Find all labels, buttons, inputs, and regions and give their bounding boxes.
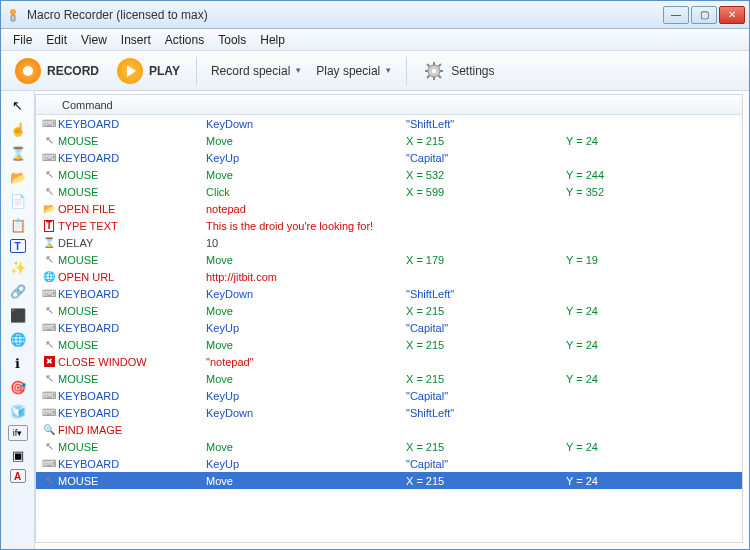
command-action: KeyDown	[206, 118, 406, 130]
sidebar-box-icon[interactable]: ▣	[7, 445, 29, 465]
command-row[interactable]: OPEN URLhttp://jitbit.com	[36, 268, 742, 285]
command-row[interactable]: KEYBOARDKeyDown"ShiftLeft"	[36, 404, 742, 421]
command-action: notepad	[206, 203, 406, 215]
sidebar-wand-icon[interactable]: ✨	[7, 257, 29, 277]
command-param-2: Y = 244	[566, 169, 742, 181]
sidebar-if-icon[interactable]: if▾	[8, 425, 28, 441]
command-row[interactable]: MOUSEMoveX = 215Y = 24	[36, 438, 742, 455]
command-row[interactable]: MOUSEMoveX = 215Y = 24	[36, 336, 742, 353]
sidebar-hand-icon[interactable]: ☝	[7, 119, 29, 139]
command-action: "notepad"	[206, 356, 406, 368]
command-row[interactable]: MOUSEMoveX = 215Y = 24	[36, 302, 742, 319]
command-param-2: Y = 24	[566, 305, 742, 317]
command-action: KeyUp	[206, 390, 406, 402]
command-row[interactable]: MOUSEMoveX = 215Y = 24	[36, 132, 742, 149]
command-row[interactable]: KEYBOARDKeyUp"Capital"	[36, 149, 742, 166]
play-special-dropdown[interactable]: Play special ▼	[312, 62, 396, 80]
command-list[interactable]: KEYBOARDKeyDown"ShiftLeft"MOUSEMoveX = 2…	[36, 115, 742, 534]
sidebar-target-icon[interactable]: 🎯	[7, 377, 29, 397]
sidebar-folder-icon[interactable]: 📂	[7, 167, 29, 187]
gear-icon	[423, 60, 445, 82]
command-action: This is the droid you're looking for!	[206, 220, 406, 232]
command-row[interactable]: MOUSEMoveX = 179Y = 19	[36, 251, 742, 268]
open-icon	[40, 203, 58, 214]
sidebar-cursor-icon[interactable]: ↖	[7, 95, 29, 115]
menu-edit[interactable]: Edit	[46, 33, 67, 47]
type-icon	[40, 220, 58, 232]
sidebar-link-icon[interactable]: 🔗	[7, 281, 29, 301]
command-action: Move	[206, 441, 406, 453]
menu-actions[interactable]: Actions	[165, 33, 204, 47]
command-row[interactable]: MOUSEMoveX = 532Y = 244	[36, 166, 742, 183]
menu-tools[interactable]: Tools	[218, 33, 246, 47]
command-row[interactable]: KEYBOARDKeyUp"Capital"	[36, 319, 742, 336]
command-row[interactable]: OPEN FILEnotepad	[36, 200, 742, 217]
sidebar-clipboard-icon[interactable]: 📋	[7, 215, 29, 235]
sidebar-stop-icon[interactable]: ⬛	[7, 305, 29, 325]
toolbar: RECORD PLAY Record special ▼ Play specia…	[1, 51, 749, 91]
command-row[interactable]: KEYBOARDKeyDown"ShiftLeft"	[36, 115, 742, 132]
url-icon	[40, 271, 58, 282]
bottom-gutter	[36, 534, 742, 542]
command-row[interactable]: KEYBOARDKeyUp"Capital"	[36, 387, 742, 404]
sidebar-copy-icon[interactable]: 📄	[7, 191, 29, 211]
command-name: OPEN FILE	[58, 203, 206, 215]
menu-insert[interactable]: Insert	[121, 33, 151, 47]
sidebar-font-icon[interactable]: A	[10, 469, 26, 483]
sidebar-globe-icon[interactable]: 🌐	[7, 329, 29, 349]
command-row[interactable]: MOUSEMoveX = 215Y = 24	[36, 370, 742, 387]
sidebar-text-tool-icon[interactable]: T	[10, 239, 26, 253]
record-special-label: Record special	[211, 64, 290, 78]
command-param-2: Y = 24	[566, 339, 742, 351]
sidebar-cube-icon[interactable]: 🧊	[7, 401, 29, 421]
command-row[interactable]: KEYBOARDKeyUp"Capital"	[36, 455, 742, 472]
command-param-2: Y = 24	[566, 373, 742, 385]
command-param-2: Y = 24	[566, 135, 742, 147]
command-param-1: "ShiftLeft"	[406, 118, 566, 130]
command-row[interactable]: FIND IMAGE	[36, 421, 742, 438]
command-param-2: Y = 24	[566, 441, 742, 453]
window-title: Macro Recorder (licensed to max)	[27, 8, 663, 22]
mouse-icon	[40, 253, 58, 266]
close-icon	[40, 356, 58, 367]
command-param-1: X = 215	[406, 475, 566, 487]
kbd-icon	[40, 288, 58, 299]
command-name: KEYBOARD	[58, 152, 206, 164]
app-window: Macro Recorder (licensed to max) — ▢ ✕ F…	[0, 0, 750, 550]
record-label: RECORD	[47, 64, 99, 78]
svg-line-8	[427, 64, 430, 67]
command-action: Move	[206, 254, 406, 266]
command-row[interactable]: DELAY10	[36, 234, 742, 251]
svg-point-3	[432, 68, 436, 72]
record-button[interactable]: RECORD	[9, 56, 105, 86]
minimize-button[interactable]: —	[663, 6, 689, 24]
menu-file[interactable]: File	[13, 33, 32, 47]
record-special-dropdown[interactable]: Record special ▼	[207, 62, 306, 80]
settings-button[interactable]: Settings	[417, 58, 500, 84]
command-row[interactable]: KEYBOARDKeyDown"ShiftLeft"	[36, 285, 742, 302]
command-name: CLOSE WINDOW	[58, 356, 206, 368]
window-controls: — ▢ ✕	[663, 6, 745, 24]
command-action: KeyUp	[206, 322, 406, 334]
play-button[interactable]: PLAY	[111, 56, 186, 86]
command-row[interactable]: CLOSE WINDOW"notepad"	[36, 353, 742, 370]
separator	[406, 57, 407, 85]
titlebar[interactable]: Macro Recorder (licensed to max) — ▢ ✕	[1, 1, 749, 29]
command-row[interactable]: MOUSEMoveX = 215Y = 24	[36, 472, 742, 489]
sidebar-info-icon[interactable]: ℹ	[7, 353, 29, 373]
record-icon	[15, 58, 41, 84]
menu-view[interactable]: View	[81, 33, 107, 47]
command-param-2: Y = 352	[566, 186, 742, 198]
sidebar-hourglass-icon[interactable]: ⌛	[7, 143, 29, 163]
settings-label: Settings	[451, 64, 494, 78]
close-button[interactable]: ✕	[719, 6, 745, 24]
command-row[interactable]: MOUSEClickX = 599Y = 352	[36, 183, 742, 200]
command-param-1: X = 532	[406, 169, 566, 181]
play-icon	[117, 58, 143, 84]
maximize-button[interactable]: ▢	[691, 6, 717, 24]
menubar: File Edit View Insert Actions Tools Help	[1, 29, 749, 51]
command-param-1: "Capital"	[406, 322, 566, 334]
menu-help[interactable]: Help	[260, 33, 285, 47]
column-header[interactable]: Command	[36, 95, 742, 115]
command-row[interactable]: TYPE TEXTThis is the droid you're lookin…	[36, 217, 742, 234]
